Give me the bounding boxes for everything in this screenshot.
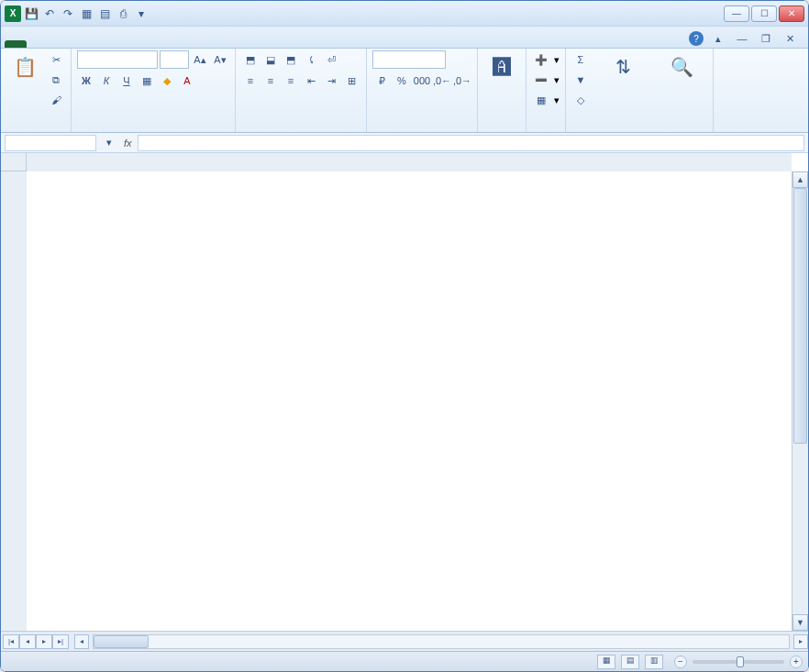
number-format-select[interactable]: [372, 50, 446, 69]
hscroll-left-button[interactable]: ◂: [74, 634, 89, 649]
font-size-select[interactable]: [160, 50, 189, 69]
sheet-first-button[interactable]: |◂: [3, 634, 19, 649]
formula-input[interactable]: [138, 135, 804, 151]
save-icon[interactable]: 💾: [23, 6, 39, 22]
print-icon[interactable]: ⎙: [115, 6, 131, 22]
vscroll-thumb[interactable]: [793, 188, 807, 444]
italic-icon[interactable]: К: [97, 72, 116, 90]
clear-icon[interactable]: ◇: [571, 91, 590, 109]
row-headers: [1, 171, 27, 631]
editing-label: [571, 128, 707, 132]
find-select-button[interactable]: 🔍: [656, 50, 707, 85]
format-painter-icon[interactable]: 🖌: [47, 91, 65, 109]
sheet-next-button[interactable]: ▸: [36, 634, 52, 649]
doc-restore-icon[interactable]: ❐: [757, 29, 775, 48]
fx-button[interactable]: fx: [118, 138, 138, 149]
new-icon[interactable]: ▦: [78, 6, 94, 22]
sheet-bar: |◂ ◂ ▸ ▸| ◂ ▸: [1, 631, 808, 651]
group-styles: 🅰: [478, 49, 526, 132]
currency-icon[interactable]: ₽: [372, 72, 391, 90]
border-icon[interactable]: ▦: [138, 72, 156, 90]
clipboard-label: [6, 128, 65, 132]
page-break-view-button[interactable]: ▥: [645, 655, 663, 669]
insert-cells-button[interactable]: ➕ ▾: [532, 50, 560, 69]
paste-button[interactable]: 📋: [6, 50, 43, 85]
group-number: ₽ % 000 ,0← ,0→: [367, 49, 478, 132]
app-window: X 💾 ↶ ↷ ▦ ▤ ⎙ ▾ — ☐ ✕ ? ▴ — ❐ ✕: [0, 0, 809, 672]
minimize-button[interactable]: —: [724, 6, 749, 22]
decrease-indent-icon[interactable]: ⇤: [302, 72, 320, 90]
help-icon[interactable]: ?: [689, 31, 704, 46]
align-right-icon[interactable]: ≡: [282, 72, 300, 90]
close-button[interactable]: ✕: [779, 6, 804, 22]
hscroll-right-button[interactable]: ▸: [793, 634, 808, 649]
autosum-icon[interactable]: Σ: [571, 50, 590, 69]
font-group-label: [77, 128, 229, 132]
scroll-up-button[interactable]: ▲: [792, 171, 808, 188]
zoom-in-button[interactable]: +: [790, 655, 803, 668]
open-icon[interactable]: ▤: [96, 6, 113, 22]
align-bottom-icon[interactable]: ⬒: [282, 50, 300, 69]
select-all-corner[interactable]: [1, 153, 27, 171]
redo-icon[interactable]: ↷: [60, 6, 76, 22]
group-font: A▴ A▾ Ж К Ч ▦ ◆ A: [72, 49, 236, 132]
doc-close-icon[interactable]: ✕: [781, 29, 799, 48]
name-box-dropdown-icon[interactable]: ▾: [100, 134, 118, 152]
increase-decimal-icon[interactable]: ,0←: [433, 72, 451, 90]
align-left-icon[interactable]: ≡: [241, 72, 260, 90]
minimize-ribbon-icon[interactable]: ▴: [709, 29, 727, 48]
titlebar: X 💾 ↶ ↷ ▦ ▤ ⎙ ▾ — ☐ ✕: [1, 1, 808, 27]
fill-icon[interactable]: ▼: [571, 71, 590, 89]
font-color-icon[interactable]: A: [178, 72, 196, 90]
group-clipboard: 📋 ✂ ⧉ 🖌: [1, 49, 72, 132]
align-top-icon[interactable]: ⬒: [241, 50, 260, 69]
styles-button[interactable]: 🅰: [483, 50, 520, 85]
delete-cells-button[interactable]: ➖ ▾: [532, 71, 560, 89]
decrease-decimal-icon[interactable]: ,0→: [453, 72, 471, 90]
comma-icon[interactable]: 000: [413, 72, 431, 90]
maximize-button[interactable]: ☐: [751, 6, 777, 22]
undo-icon[interactable]: ↶: [41, 6, 58, 22]
orientation-icon[interactable]: ⤹: [302, 50, 320, 69]
cells-area[interactable]: [27, 171, 792, 631]
cut-icon[interactable]: ✂: [47, 50, 65, 69]
name-box[interactable]: [5, 135, 96, 151]
file-tab[interactable]: [5, 40, 27, 48]
decrease-font-icon[interactable]: A▾: [211, 50, 229, 69]
sort-icon: ⇅: [608, 52, 637, 82]
font-name-select[interactable]: [77, 50, 158, 69]
percent-icon[interactable]: %: [393, 72, 411, 90]
zoom-out-button[interactable]: −: [674, 655, 687, 668]
vscroll-track[interactable]: [792, 188, 808, 614]
excel-icon[interactable]: X: [5, 6, 21, 22]
column-headers: [27, 153, 792, 171]
fill-color-icon[interactable]: ◆: [158, 72, 176, 90]
formula-bar: ▾ fx: [1, 133, 808, 153]
merge-icon[interactable]: ⊞: [342, 72, 360, 90]
spreadsheet-grid: ▲ ▼: [1, 153, 808, 631]
hscroll-thumb[interactable]: [94, 635, 149, 648]
sheet-prev-button[interactable]: ◂: [19, 634, 36, 649]
normal-view-button[interactable]: ▦: [597, 655, 615, 669]
page-layout-view-button[interactable]: ▤: [621, 655, 639, 669]
zoom-thumb[interactable]: [737, 656, 744, 667]
increase-font-icon[interactable]: A▴: [191, 50, 209, 69]
sort-filter-button[interactable]: ⇅: [593, 50, 652, 85]
vertical-scrollbar: ▲ ▼: [792, 171, 808, 631]
qat-dropdown-icon[interactable]: ▾: [133, 6, 150, 22]
wrap-text-icon[interactable]: ⏎: [322, 50, 340, 69]
status-bar: ▦ ▤ ▥ − +: [1, 651, 808, 671]
underline-icon[interactable]: Ч: [117, 72, 136, 90]
styles-icon: 🅰: [487, 52, 516, 82]
bold-icon[interactable]: Ж: [77, 72, 95, 90]
zoom-slider[interactable]: [693, 660, 784, 664]
scroll-down-button[interactable]: ▼: [792, 614, 808, 631]
copy-icon[interactable]: ⧉: [47, 71, 65, 89]
align-middle-icon[interactable]: ⬓: [261, 50, 280, 69]
increase-indent-icon[interactable]: ⇥: [322, 72, 340, 90]
align-center-icon[interactable]: ≡: [261, 72, 280, 90]
horizontal-scrollbar[interactable]: [93, 634, 790, 649]
format-cells-button[interactable]: ▦ ▾: [532, 91, 560, 109]
sheet-last-button[interactable]: ▸|: [52, 634, 69, 649]
doc-minimize-icon[interactable]: —: [733, 29, 751, 48]
